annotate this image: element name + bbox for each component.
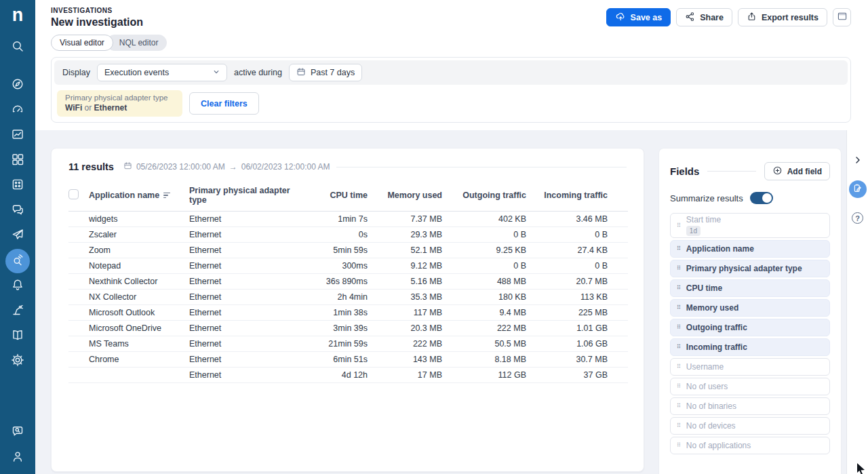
notes-button[interactable]: [849, 180, 867, 198]
active-during-label: active during: [234, 68, 282, 77]
table-row[interactable]: Microsoft OneDriveEthernet3min 39s20.3 M…: [68, 321, 628, 336]
column-outgoing-traffic[interactable]: Outgoing traffic: [442, 181, 526, 212]
sidebar-item-assist[interactable]: [5, 420, 30, 445]
drag-handle-icon[interactable]: ⠿: [677, 384, 681, 389]
column-cpu-time[interactable]: CPU time: [303, 181, 368, 212]
calendar-icon: [123, 161, 132, 172]
field-item[interactable]: ⠿No of users: [670, 378, 830, 395]
compass-icon: [11, 77, 24, 94]
table-row[interactable]: NX CollectorEthernet2h 4min35.3 MB180 KB…: [68, 290, 628, 305]
table-row[interactable]: MS TeamsEthernet21min 59s222 MB50.5 MB1.…: [68, 336, 628, 352]
gear-icon: [11, 353, 24, 370]
field-item[interactable]: ⠿Application name: [670, 240, 830, 258]
cloud-upload-icon: [615, 11, 626, 24]
table-row[interactable]: Ethernet4d 12h17 MB112 GB37 GB: [68, 368, 628, 383]
sidebar-item-alerts[interactable]: [5, 274, 30, 298]
chat-bubbles-icon: [11, 203, 24, 219]
sidebar-item-overview[interactable]: [5, 73, 30, 98]
right-rail: ?: [846, 130, 868, 474]
sidebar-item-library[interactable]: [5, 324, 30, 349]
sidebar-item-insights[interactable]: [5, 98, 30, 123]
tab-visual-editor[interactable]: Visual editor: [51, 35, 113, 51]
sidebar-item-launch[interactable]: [5, 224, 30, 248]
table-row[interactable]: Microsoft OutlookEthernet1min 38s117 MB9…: [68, 305, 628, 321]
share-icon: [685, 12, 695, 24]
sidebar-item-engage[interactable]: [5, 199, 30, 223]
field-item[interactable]: ⠿Memory used: [670, 299, 830, 317]
book-icon: [11, 328, 24, 344]
table-row[interactable]: ZoomEthernet5min 59s52.1 MB9.25 KB27.4 K…: [68, 243, 628, 258]
fields-panel: Fields Add field Summarize results ⠿Star…: [658, 148, 842, 474]
sidebar-item-profile[interactable]: [5, 446, 30, 470]
table-row[interactable]: Nexthink CollectorEthernet36s 890ms5.16 …: [68, 274, 628, 290]
drag-handle-icon[interactable]: ⠿: [677, 285, 681, 291]
help-button[interactable]: ?: [852, 212, 863, 224]
field-item[interactable]: ⠿Outgoing traffic: [670, 319, 830, 336]
date-range-button[interactable]: Past 7 days: [289, 64, 362, 81]
drag-handle-icon[interactable]: ⠿: [677, 266, 681, 271]
field-item[interactable]: ⠿Incoming traffic: [670, 338, 830, 356]
collapse-panel-button[interactable]: [852, 155, 863, 168]
layout-panel-button[interactable]: [833, 8, 851, 26]
sidebar-item-investigations[interactable]: [5, 249, 30, 273]
column-incoming-traffic[interactable]: Incoming traffic: [526, 181, 628, 212]
sidebar-item-dashboards[interactable]: [5, 123, 30, 148]
search-icon: [11, 39, 24, 56]
table-row[interactable]: NotepadEthernet300ms9.12 MB0 B0 B: [68, 258, 628, 274]
sort-icon[interactable]: [163, 193, 170, 199]
display-select[interactable]: Execution events: [97, 64, 227, 81]
add-field-button[interactable]: Add field: [764, 162, 830, 180]
field-item[interactable]: ⠿Primary physical adapter type: [670, 260, 830, 277]
investigations-icon: [11, 253, 24, 269]
select-all-checkbox[interactable]: [68, 189, 79, 199]
column-application-name[interactable]: Application name: [89, 181, 189, 212]
column-adapter-type[interactable]: Primary physical adapter type: [189, 181, 303, 212]
sidebar-item-settings[interactable]: [5, 349, 30, 374]
line-chart-icon: [11, 127, 24, 144]
results-table-body: widgetsEthernet1min 7s7.37 MB402 KB3.46 …: [68, 212, 628, 383]
share-button[interactable]: Share: [676, 8, 732, 26]
sidebar-item-search[interactable]: [5, 35, 30, 60]
clear-filters-button[interactable]: Clear filters: [189, 92, 259, 115]
calendar-icon: [296, 67, 306, 79]
sidebar-item-automation[interactable]: [5, 299, 30, 323]
drag-handle-icon[interactable]: ⠿: [677, 223, 681, 229]
column-memory-used[interactable]: Memory used: [368, 181, 442, 212]
summarize-toggle[interactable]: [750, 192, 773, 204]
drag-handle-icon[interactable]: ⠿: [677, 364, 681, 370]
drag-handle-icon[interactable]: ⠿: [677, 325, 681, 330]
sidebar-item-workspaces[interactable]: [5, 149, 30, 173]
export-results-button[interactable]: Export results: [738, 8, 827, 26]
fields-header: Fields Add field: [670, 162, 830, 180]
breadcrumb: INVESTIGATIONS: [51, 7, 143, 14]
filter-chip-adapter-type[interactable]: Primary physical adapter type WiFi or Et…: [57, 90, 182, 117]
drag-handle-icon[interactable]: ⠿: [677, 344, 681, 350]
drag-handle-icon[interactable]: ⠿: [677, 443, 681, 448]
drag-handle-icon[interactable]: ⠿: [677, 403, 681, 409]
drag-handle-icon[interactable]: ⠿: [677, 246, 681, 252]
drag-handle-icon[interactable]: ⠿: [677, 305, 681, 311]
field-item[interactable]: ⠿No of devices: [670, 417, 830, 435]
robot-arm-icon: [11, 303, 24, 319]
table-row[interactable]: widgetsEthernet1min 7s7.37 MB402 KB3.46 …: [68, 212, 628, 227]
table-row[interactable]: ZscalerEthernet0s29.3 MB0 B0 B: [68, 227, 628, 243]
mouse-cursor: [856, 463, 866, 474]
summarize-row: Summarize results: [670, 192, 830, 204]
app-window: n: [0, 0, 868, 474]
drag-handle-icon[interactable]: ⠿: [677, 423, 681, 429]
nexthink-logo[interactable]: n: [12, 6, 24, 24]
field-badge: 1d: [686, 226, 701, 236]
blocks-icon: [11, 153, 24, 169]
field-item[interactable]: ⠿Start time1d: [670, 213, 830, 238]
field-item[interactable]: ⠿Username: [670, 358, 830, 376]
sidebar-item-applications[interactable]: [5, 174, 30, 198]
table-row[interactable]: ChromeEthernet6min 51s143 MB8.18 MB30.7 …: [68, 352, 628, 368]
fields-title: Fields: [670, 165, 699, 177]
tab-nql-editor[interactable]: NQL editor: [106, 35, 167, 51]
chat-search-icon: [11, 424, 24, 441]
save-as-button[interactable]: Save as: [606, 8, 671, 26]
field-item[interactable]: ⠿CPU time: [670, 279, 830, 297]
field-item[interactable]: ⠿No of binaries: [670, 397, 830, 415]
field-item[interactable]: ⠿No of applications: [670, 437, 830, 454]
gauge-icon: [11, 102, 24, 119]
